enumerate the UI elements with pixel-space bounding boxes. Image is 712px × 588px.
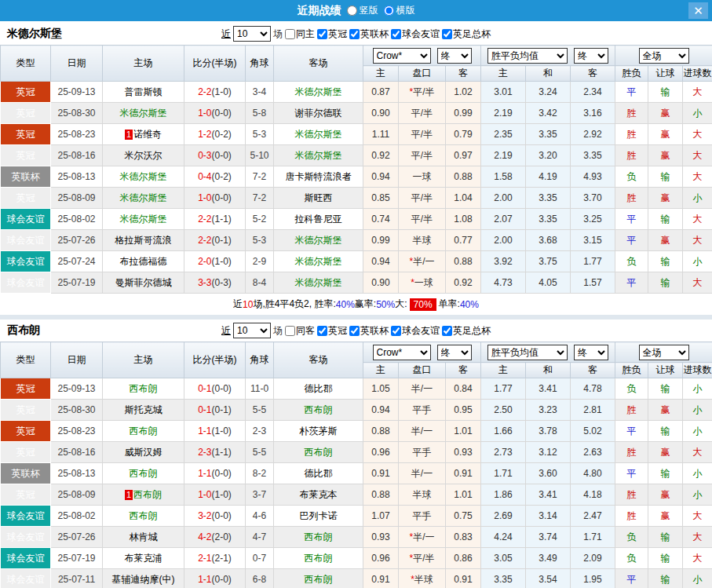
avg-type-select[interactable]: 胜平负均值 bbox=[487, 48, 568, 64]
handicap-result: 输 bbox=[648, 82, 683, 103]
avg-draw: 4.05 bbox=[526, 272, 571, 294]
league-badge: 英联杯 bbox=[1, 463, 51, 484]
col-date: 日期 bbox=[51, 342, 103, 378]
home-team: 1诺维奇 bbox=[103, 124, 184, 145]
odds-away: 1.01 bbox=[446, 484, 481, 506]
same-away-label: 同客 bbox=[296, 324, 315, 338]
odds-away: 0.95 bbox=[446, 400, 481, 421]
result-outcome: 胜 bbox=[615, 124, 648, 145]
odds-home: 0.96 bbox=[363, 548, 399, 569]
vertical-layout-option[interactable]: 竖版 bbox=[347, 4, 378, 17]
same-home-option[interactable]: 同主 bbox=[285, 27, 315, 41]
home-team: 米德尔斯堡 bbox=[103, 103, 184, 124]
vertical-layout-radio[interactable] bbox=[347, 5, 357, 16]
league-badge: 英冠 bbox=[1, 145, 51, 166]
handicap: 平/半 bbox=[399, 103, 446, 124]
avg-away: 2.92 bbox=[571, 124, 615, 145]
home-team: 布拉德福德 bbox=[103, 251, 184, 272]
avg-final-select[interactable]: 终 bbox=[574, 345, 608, 360]
odds-away: 0.83 bbox=[446, 527, 481, 548]
same-away-option[interactable]: 同客 bbox=[285, 324, 315, 338]
avg-final-select[interactable]: 终 bbox=[574, 48, 608, 64]
league-championship-option[interactable]: 英冠 bbox=[317, 324, 347, 338]
near-link[interactable]: 近 bbox=[221, 27, 231, 41]
odds-away: 0.79 bbox=[446, 124, 481, 145]
friendly-option[interactable]: 球会友谊 bbox=[391, 324, 440, 338]
fa-cup-checkbox[interactable] bbox=[442, 326, 452, 336]
odds-home: 0.92 bbox=[363, 145, 399, 166]
league-championship-option[interactable]: 英冠 bbox=[317, 27, 347, 41]
score-halftime: 2-0(1-0) bbox=[184, 251, 246, 272]
avg-away: 4.18 bbox=[571, 484, 615, 506]
corner-score: 8-2 bbox=[246, 463, 274, 484]
sub-avg-away: 客 bbox=[571, 363, 615, 378]
odds-final-select[interactable]: 终 bbox=[437, 345, 472, 360]
fa-cup-checkbox[interactable] bbox=[442, 29, 452, 39]
match-count-select[interactable]: 10 bbox=[233, 26, 271, 42]
same-home-checkbox[interactable] bbox=[285, 29, 295, 39]
recent-record-summary: 近10场,胜4平4负2, 胜率:40% 赢率:50% 大:70% 单率:40% bbox=[0, 294, 712, 315]
league-championship-checkbox[interactable] bbox=[317, 29, 327, 39]
fa-cup-option[interactable]: 英足总杯 bbox=[442, 27, 491, 41]
odds-provider-select[interactable]: Crow* bbox=[373, 48, 431, 64]
away-team: 巴列卡诺 bbox=[274, 506, 363, 527]
away-team: 布莱克本 bbox=[274, 484, 363, 506]
horizontal-layout-radio[interactable] bbox=[384, 5, 394, 16]
league-cup-option[interactable]: 英联杯 bbox=[349, 27, 389, 41]
horizontal-layout-option[interactable]: 横版 bbox=[384, 4, 415, 17]
corner-score: 5-3 bbox=[246, 124, 274, 145]
goals-result: 小 bbox=[683, 463, 712, 484]
handicap: *平/半 bbox=[399, 82, 446, 103]
avg-draw: 3.75 bbox=[526, 251, 571, 272]
league-championship-checkbox[interactable] bbox=[317, 326, 327, 336]
corner-score: 5-5 bbox=[246, 442, 274, 463]
league-badge: 球会友谊 bbox=[1, 230, 51, 251]
horizontal-layout-label: 横版 bbox=[396, 4, 415, 17]
corner-score: 3-4 bbox=[246, 82, 274, 103]
corner-score: 2-3 bbox=[246, 421, 274, 442]
league-cup-option[interactable]: 英联杯 bbox=[349, 324, 389, 338]
away-team: 西布朗 bbox=[274, 569, 363, 588]
handicap-result: 输 bbox=[648, 251, 683, 272]
result-outcome: 胜 bbox=[615, 506, 648, 527]
league-cup-checkbox[interactable] bbox=[349, 29, 360, 39]
friendly-checkbox[interactable] bbox=[391, 29, 401, 39]
avg-away: 2.09 bbox=[571, 548, 615, 569]
result-outcome: 胜 bbox=[615, 442, 648, 463]
odds-home: 0.90 bbox=[363, 272, 399, 294]
score-halftime: 0-3(0-0) bbox=[184, 145, 246, 166]
odds-home: 0.96 bbox=[363, 442, 399, 463]
fullmatch-select[interactable]: 全场 bbox=[639, 48, 689, 64]
fullmatch-select[interactable]: 全场 bbox=[639, 345, 689, 360]
friendly-checkbox[interactable] bbox=[391, 326, 401, 336]
fa-cup-option[interactable]: 英足总杯 bbox=[442, 324, 491, 338]
corner-score: 5-3 bbox=[246, 230, 274, 251]
match-date: 25-08-09 bbox=[51, 188, 103, 209]
handicap: 平/半 bbox=[399, 188, 446, 209]
match-row: 球会友谊25-08-02米德尔斯堡2-2(1-1)5-2拉科鲁尼亚0.74平/半… bbox=[1, 209, 712, 230]
friendly-option[interactable]: 球会友谊 bbox=[391, 27, 440, 41]
goals-result: 大 bbox=[683, 145, 712, 166]
goals-result: 小 bbox=[683, 484, 712, 506]
avg-draw: 3.35 bbox=[526, 124, 571, 145]
odds-home: 0.99 bbox=[363, 230, 399, 251]
match-count-select[interactable]: 10 bbox=[233, 323, 271, 338]
league-badge: 球会友谊 bbox=[1, 251, 51, 272]
handicap-result: 赢 bbox=[648, 188, 683, 209]
near-link[interactable]: 近 bbox=[221, 324, 231, 338]
match-date: 25-07-26 bbox=[51, 230, 103, 251]
avg-away: 2.47 bbox=[571, 506, 615, 527]
result-outcome: 平 bbox=[615, 569, 648, 588]
odds-final-select[interactable]: 终 bbox=[437, 48, 472, 64]
result-outcome: 平 bbox=[615, 230, 648, 251]
fa-cup-label: 英足总杯 bbox=[453, 324, 491, 338]
league-cup-checkbox[interactable] bbox=[349, 326, 360, 336]
score-halftime: 1-1(1-0) bbox=[184, 421, 246, 442]
sub-avg-draw: 和 bbox=[526, 66, 571, 82]
same-away-checkbox[interactable] bbox=[285, 326, 295, 336]
odds-provider-select[interactable]: Crow* bbox=[373, 345, 431, 360]
avg-type-select[interactable]: 胜平负均值 bbox=[487, 345, 568, 360]
league-badge: 球会友谊 bbox=[1, 506, 51, 527]
home-team: 曼斯菲尔德城 bbox=[103, 272, 184, 294]
close-button[interactable]: ✕ bbox=[688, 2, 708, 19]
